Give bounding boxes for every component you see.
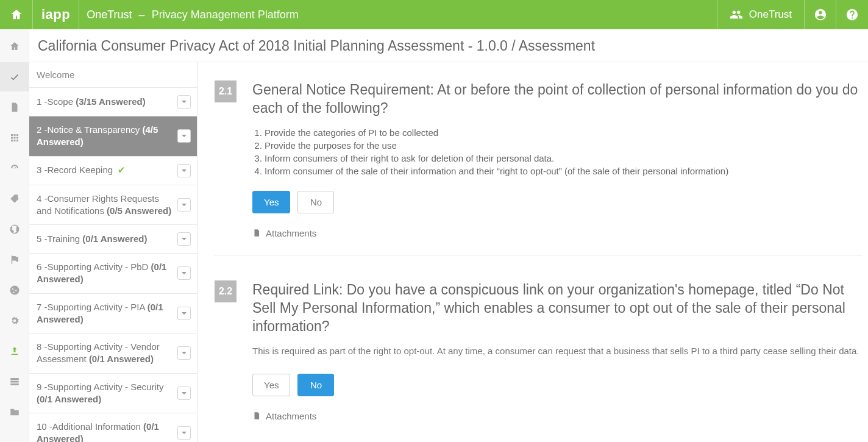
rail-tags[interactable]	[0, 184, 29, 213]
question-list-item: Provide the purposes for the use	[265, 139, 862, 152]
section-item-count: (0/1 Answered)	[37, 394, 101, 404]
question-number: 2.2	[215, 280, 237, 302]
section-item-count: (0/5 Answered)	[107, 205, 171, 216]
users-icon	[730, 8, 743, 21]
chevron-down-icon[interactable]	[177, 387, 191, 400]
user-circle-icon	[814, 8, 827, 21]
chevron-down-icon[interactable]	[177, 164, 191, 177]
app-name: OneTrust	[87, 9, 132, 21]
grid-icon	[9, 132, 20, 143]
cookie-icon	[9, 285, 20, 296]
app-title: OneTrust – Privacy Management Platform	[79, 9, 299, 21]
chevron-down-icon[interactable]	[177, 95, 191, 109]
chevron-down-icon[interactable]	[177, 426, 191, 440]
section-sidebar: Welcome 1 -Scope (3/15 Answered)2 -Notic…	[29, 62, 197, 442]
table-icon	[9, 376, 20, 387]
rail-dashboard[interactable]	[0, 154, 29, 183]
brand: iapp	[33, 0, 79, 29]
rail-table[interactable]	[0, 367, 29, 396]
help-icon	[845, 8, 859, 21]
page-title: California Consumer Privacy Act of 2018 …	[29, 29, 868, 62]
section-item[interactable]: 3 -Record Keeping ✔	[29, 156, 197, 185]
rail-documents[interactable]	[0, 93, 29, 122]
section-item-count: (0/1 Answered)	[37, 262, 166, 284]
section-item[interactable]: 5 -Training (0/1 Answered)	[29, 224, 197, 253]
no-button[interactable]: No	[297, 191, 334, 213]
rail-folder[interactable]	[0, 397, 29, 427]
document-icon	[9, 102, 20, 113]
section-item[interactable]: 6 -Supporting Activity - PbD (0/1 Answer…	[29, 253, 197, 293]
section-item-label: 5 -Training (0/1 Answered)	[37, 233, 177, 245]
section-item-label: 3 -Record Keeping ✔	[37, 164, 177, 176]
question-panel: 2.1General Notice Requirement: At or bef…	[197, 62, 868, 442]
section-item-label: 9 -Supporting Activity - Security (0/1 A…	[37, 381, 177, 406]
rail-upload[interactable]	[0, 337, 29, 366]
chevron-down-icon[interactable]	[177, 198, 191, 212]
section-item-count: (0/1 Answered)	[89, 354, 154, 364]
section-item-label: 10 -Additional Information (0/1 Answered…	[37, 421, 177, 442]
yes-button[interactable]: Yes	[252, 374, 290, 396]
rail-cookies[interactable]	[0, 276, 29, 305]
question: 2.2Required Link: Do you have a conspicu…	[215, 255, 862, 438]
org-switcher[interactable]: OneTrust	[717, 0, 805, 29]
help-button[interactable]	[836, 0, 868, 29]
section-item[interactable]: 9 -Supporting Activity - Security (0/1 A…	[29, 373, 197, 413]
flag-icon	[9, 254, 20, 265]
section-item[interactable]: 8 -Supporting Activity - Vendor Assessme…	[29, 333, 197, 373]
question-list-item: Provide the categories of PI to be colle…	[265, 126, 862, 139]
section-item[interactable]: 10 -Additional Information (0/1 Answered…	[29, 413, 197, 442]
section-item[interactable]: 2 -Notice & Transparency (4/5 Answered)	[29, 116, 197, 156]
section-item-count: (0/1 Answered)	[82, 233, 147, 244]
chevron-down-icon[interactable]	[177, 307, 191, 320]
org-name: OneTrust	[749, 9, 792, 21]
chevron-down-icon[interactable]	[177, 346, 191, 360]
question-number: 2.1	[215, 80, 237, 102]
yes-button[interactable]: Yes	[252, 191, 290, 213]
attachments-link[interactable]: Attachments	[252, 228, 862, 238]
section-item[interactable]: 7 -Supporting Activity - PIA (0/1 Answer…	[29, 293, 197, 333]
section-item-label: 7 -Supporting Activity - PIA (0/1 Answer…	[37, 301, 177, 326]
rail-globe[interactable]	[0, 215, 29, 244]
check-icon: ✔	[118, 165, 126, 175]
chevron-down-icon[interactable]	[177, 232, 191, 246]
folder-icon	[9, 407, 20, 418]
section-item-label: 1 -Scope (3/15 Answered)	[37, 96, 177, 108]
section-item-count: (4/5 Answered)	[37, 124, 158, 147]
question-list-item: Inform consumers of their right to ask f…	[265, 152, 862, 165]
file-icon	[252, 412, 261, 420]
chevron-down-icon[interactable]	[177, 129, 191, 143]
section-item[interactable]: 4 -Consumer Rights Requests and Notifica…	[29, 185, 197, 225]
chevron-down-icon[interactable]	[177, 266, 191, 280]
left-rail	[0, 29, 29, 442]
section-item-count: (0/1 Answered)	[37, 302, 163, 324]
section-item-label: 8 -Supporting Activity - Vendor Assessme…	[37, 341, 177, 366]
upload-icon	[9, 346, 20, 357]
rail-assessments[interactable]	[0, 62, 29, 91]
attachments-label: Attachments	[266, 228, 316, 238]
check-icon	[9, 71, 20, 82]
rail-home[interactable]	[0, 32, 29, 61]
attachments-label: Attachments	[266, 411, 316, 421]
question: 2.1General Notice Requirement: At or bef…	[215, 70, 862, 255]
welcome-link[interactable]: Welcome	[29, 62, 197, 87]
section-item[interactable]: 1 -Scope (3/15 Answered)	[29, 87, 197, 116]
home-button[interactable]	[0, 0, 33, 29]
globe-icon	[9, 224, 20, 235]
account-button[interactable]	[805, 0, 836, 29]
gear-icon	[9, 315, 20, 326]
section-item-label: 2 -Notice & Transparency (4/5 Answered)	[37, 124, 177, 149]
rail-apps[interactable]	[0, 123, 29, 152]
section-item-count: (3/15 Answered)	[76, 96, 146, 107]
attachments-link[interactable]: Attachments	[252, 411, 862, 421]
section-item-label: 4 -Consumer Rights Requests and Notifica…	[37, 193, 177, 218]
app-title-separator: –	[135, 9, 149, 21]
app-subtitle: Privacy Management Platform	[152, 9, 299, 21]
no-button[interactable]: No	[297, 374, 334, 396]
rail-flag[interactable]	[0, 245, 29, 274]
question-list: Provide the categories of PI to be colle…	[252, 126, 862, 177]
file-icon	[252, 229, 261, 237]
section-item-count: (0/1 Answered)	[37, 421, 159, 442]
brand-logo-text: iapp	[41, 7, 70, 23]
gauge-icon	[9, 163, 20, 174]
rail-settings[interactable]	[0, 306, 29, 335]
